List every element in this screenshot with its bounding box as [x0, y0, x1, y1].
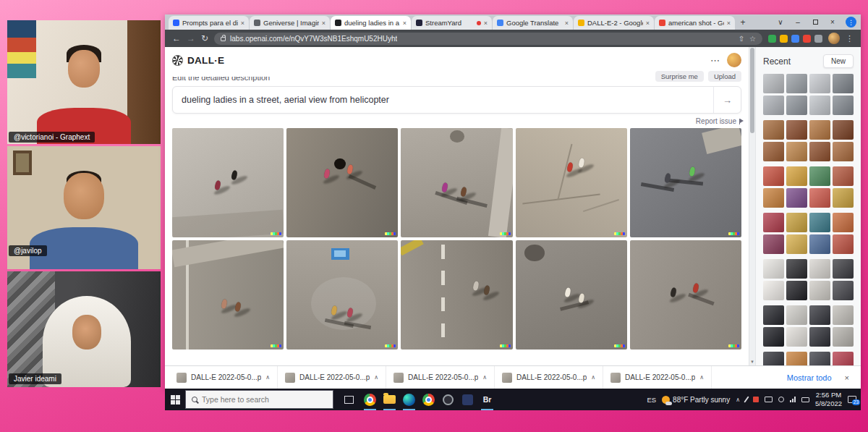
recent-thumbnail[interactable]	[833, 74, 854, 93]
recent-thumbnail[interactable]	[833, 188, 854, 208]
taskbar-app-br[interactable]: Br	[477, 389, 497, 410]
upload-button[interactable]: Upload	[708, 71, 741, 82]
taskbar-app-chrome2[interactable]	[419, 389, 438, 410]
recent-thumbnail[interactable]	[786, 120, 807, 140]
recent-thumbnail[interactable]	[809, 188, 830, 208]
start-button[interactable]	[165, 389, 185, 410]
user-avatar[interactable]	[727, 53, 741, 67]
generated-image[interactable]	[286, 128, 398, 237]
extension-icon[interactable]	[814, 35, 822, 43]
refresh-icon[interactable]: ↻	[201, 34, 208, 43]
recent-thumbnail[interactable]	[809, 142, 830, 161]
back-icon[interactable]: ←	[172, 34, 181, 43]
taskbar-app-edge[interactable]	[399, 389, 419, 410]
recent-thumbnail[interactable]	[833, 234, 854, 254]
browser-tab[interactable]: dueling ladies in a str×	[331, 16, 411, 30]
recent-thumbnail[interactable]	[833, 327, 854, 347]
taskbar-app-obs[interactable]	[438, 389, 458, 410]
extension-icon[interactable]	[803, 35, 811, 43]
bookmark-star-icon[interactable]: ☆	[749, 35, 756, 43]
recent-thumbnail[interactable]	[809, 234, 830, 254]
vertical-scrollbar[interactable]: ▾	[749, 47, 755, 365]
download-item[interactable]: DALL-E 2022-05-0...png∧	[278, 366, 386, 389]
taskbar-app-explorer[interactable]	[380, 389, 399, 410]
recent-thumbnail[interactable]	[833, 259, 854, 279]
recent-thumbnail[interactable]	[786, 234, 807, 254]
close-button[interactable]: ×	[824, 18, 841, 26]
recent-thumbnail[interactable]	[809, 120, 830, 140]
recent-thumbnail[interactable]	[763, 166, 784, 186]
taskbar-clock[interactable]: 2:56 PM 5/8/2022	[815, 391, 842, 408]
recent-thumbnail[interactable]	[833, 305, 854, 325]
recent-thumbnail[interactable]	[786, 305, 807, 325]
recent-thumbnail[interactable]	[763, 142, 784, 161]
recent-thumbnail[interactable]	[809, 281, 830, 300]
new-tab-button[interactable]: +	[736, 17, 750, 27]
recent-thumbnail[interactable]	[786, 96, 807, 115]
recent-thumbnail[interactable]	[763, 327, 784, 347]
recent-thumbnail[interactable]	[786, 352, 807, 365]
generated-image[interactable]	[172, 240, 284, 350]
recent-thumbnail[interactable]	[763, 188, 784, 208]
keyboard-tray-icon[interactable]	[801, 397, 809, 402]
download-item[interactable]: DALL-E 2022-05-0...png∧	[386, 366, 495, 389]
generated-image[interactable]	[286, 240, 398, 350]
downloads-close-icon[interactable]: ×	[845, 373, 849, 382]
recent-thumbnail[interactable]	[833, 142, 854, 161]
generated-image[interactable]	[630, 240, 741, 350]
overflow-menu-icon[interactable]: ⋯	[710, 55, 720, 66]
language-indicator[interactable]: ES	[647, 396, 656, 404]
recent-thumbnail[interactable]	[809, 352, 830, 365]
weather-widget[interactable]: 88°F Partly sunny	[662, 396, 730, 404]
download-item[interactable]: DALL-E 2022-05-0...png∧	[169, 366, 278, 389]
browser-tab[interactable]: Prompts para el direc×	[169, 16, 249, 30]
download-item[interactable]: DALL-E 2022-05-0...png∧	[495, 366, 603, 389]
recent-thumbnail[interactable]	[763, 352, 784, 365]
taskbar-app-chrome[interactable]	[360, 389, 380, 410]
generated-image[interactable]	[401, 240, 512, 350]
recent-thumbnail[interactable]	[763, 305, 784, 325]
scrollbar-thumb[interactable]	[750, 48, 754, 133]
generated-image[interactable]	[172, 128, 284, 237]
recent-thumbnail[interactable]	[763, 96, 784, 115]
share-icon[interactable]: ⇧	[739, 35, 744, 43]
search-input[interactable]	[202, 395, 327, 404]
forward-icon[interactable]: →	[187, 34, 195, 43]
recent-thumbnail[interactable]	[786, 281, 807, 300]
recent-thumbnail[interactable]	[833, 281, 854, 300]
tab-close-icon[interactable]: ×	[403, 20, 407, 27]
new-generation-button[interactable]: New	[823, 54, 854, 68]
browser-tab[interactable]: Google Translate×	[493, 16, 573, 30]
download-caret-icon[interactable]: ∧	[374, 374, 378, 381]
recent-thumbnail[interactable]	[809, 74, 830, 93]
recent-thumbnail[interactable]	[809, 327, 830, 347]
action-center-icon[interactable]: 23	[848, 396, 856, 403]
maximize-button[interactable]	[807, 18, 824, 26]
hidden-icons-chevron-icon[interactable]: ∧	[736, 397, 740, 403]
status-tray-icon[interactable]	[778, 397, 784, 402]
tab-close-icon[interactable]: ×	[565, 20, 569, 27]
extension-icon[interactable]	[780, 35, 788, 43]
report-issue-link[interactable]: Report issue	[696, 117, 736, 125]
taskbar-app-dark[interactable]	[458, 389, 477, 410]
address-bar[interactable]: labs.openai.com/e/nQvY7W3sNB1EshqmU52HUy…	[214, 33, 762, 45]
recent-thumbnail[interactable]	[809, 305, 830, 325]
download-caret-icon[interactable]: ∧	[591, 374, 595, 381]
recent-thumbnail[interactable]	[763, 281, 784, 300]
generated-image[interactable]	[630, 128, 741, 237]
recent-thumbnail[interactable]	[763, 213, 784, 232]
task-view-icon[interactable]	[344, 396, 354, 404]
recent-thumbnail[interactable]	[786, 213, 807, 232]
recent-thumbnail[interactable]	[786, 142, 807, 161]
generated-image[interactable]	[516, 128, 627, 237]
recent-thumbnail[interactable]	[763, 234, 784, 254]
download-item[interactable]: DALL-E 2022-05-0...png∧	[603, 366, 712, 389]
recent-thumbnail[interactable]	[786, 74, 807, 93]
generate-button[interactable]: →	[713, 87, 741, 113]
minimize-button[interactable]: –	[789, 18, 807, 26]
recent-thumbnail[interactable]	[809, 166, 830, 186]
pen-icon[interactable]	[744, 396, 749, 402]
recent-thumbnail[interactable]	[763, 259, 784, 279]
recent-thumbnail[interactable]	[809, 96, 830, 115]
recent-thumbnail[interactable]	[833, 96, 854, 115]
